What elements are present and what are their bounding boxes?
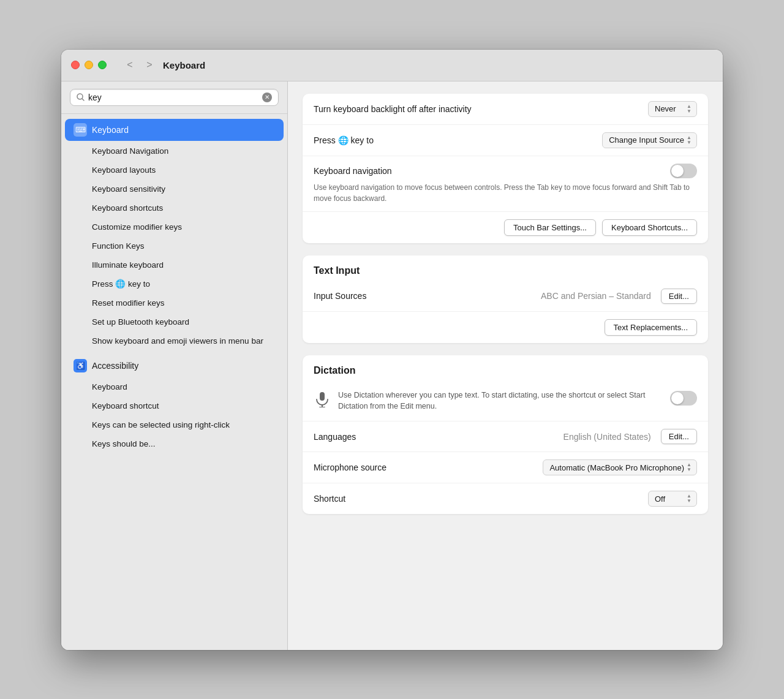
sidebar-item-accessibility-keyboard[interactable]: Keyboard (65, 377, 284, 396)
dictation-toggle[interactable] (670, 391, 697, 406)
sidebar-item-right-click[interactable]: Keys can be selected using right-click (65, 415, 284, 434)
search-container: ✕ (61, 81, 287, 114)
keyboard-buttons-row: Touch Bar Settings... Keyboard Shortcuts… (303, 212, 708, 243)
main-content: ✕ ⌨ Keyboard Keyboard Navigation Keyboar… (61, 81, 723, 650)
shortcut-row: Shortcut Off ▲ ▼ (303, 483, 708, 514)
keyboard-settings-section: Turn keyboard backlight off after inacti… (303, 94, 708, 243)
search-input[interactable] (88, 93, 258, 102)
dictation-section: Dictation Use Dictation wherever you can… (303, 355, 708, 515)
languages-label: Languages (314, 432, 564, 442)
search-icon (77, 93, 85, 101)
maximize-button[interactable] (98, 61, 107, 69)
press-key-row: Press 🌐 key to Change Input Source ▲ ▼ (303, 125, 708, 156)
shortcut-select[interactable]: Off ▲ ▼ (648, 491, 697, 507)
svg-line-1 (82, 99, 84, 100)
microphone-row: Microphone source Automatic (MacBook Pro… (303, 452, 708, 483)
forward-button[interactable]: > (141, 56, 158, 74)
nav-buttons: < > (121, 56, 158, 74)
microphone-control: Automatic (MacBook Pro Microphone) ▲ ▼ (543, 459, 697, 475)
sidebar-item-keyboard-sensitivity[interactable]: Keyboard sensitivity (65, 179, 284, 198)
shortcut-label: Shortcut (314, 494, 648, 504)
press-key-label: Press 🌐 key to (314, 135, 602, 145)
languages-row: Languages English (United States) Edit..… (303, 421, 708, 452)
microphone-arrows-icon: ▲ ▼ (687, 463, 692, 472)
accessibility-icon: ♿ (74, 359, 87, 372)
input-sources-label: Input Sources (314, 291, 541, 301)
sidebar: ✕ ⌨ Keyboard Keyboard Navigation Keyboar… (61, 81, 288, 650)
sidebar-item-function-keys[interactable]: Function Keys (65, 236, 284, 255)
keyboard-nav-header: Keyboard navigation (314, 164, 697, 178)
shortcut-control: Off ▲ ▼ (648, 491, 697, 507)
input-sources-row: Input Sources ABC and Persian – Standard… (303, 281, 708, 312)
search-box: ✕ (70, 89, 279, 106)
search-clear-button[interactable]: ✕ (262, 93, 272, 102)
text-input-title: Text Input (303, 255, 708, 281)
dictation-desc-row: Use Dictation wherever you can type text… (303, 381, 708, 422)
sidebar-item-emoji-viewer[interactable]: Show keyboard and emoji viewers in menu … (65, 331, 284, 350)
press-key-arrows-icon: ▲ ▼ (687, 135, 692, 145)
preferences-window: < > Keyboard ✕ (61, 50, 723, 650)
sidebar-item-keyboard-shortcuts[interactable]: Keyboard shortcuts (65, 198, 284, 217)
window-title: Keyboard (163, 60, 205, 70)
press-key-control: Change Input Source ▲ ▼ (602, 132, 697, 148)
backlight-row: Turn keyboard backlight off after inacti… (303, 94, 708, 125)
microphone-icon (314, 391, 331, 408)
sidebar-accessibility-label: Accessibility (92, 361, 138, 371)
keyboard-nav-row: Keyboard navigation Use keyboard navigat… (303, 156, 708, 212)
shortcut-arrows-icon: ▲ ▼ (687, 494, 692, 504)
backlight-label: Turn keyboard backlight off after inacti… (314, 104, 648, 114)
keyboard-icon: ⌨ (74, 123, 87, 137)
sidebar-item-keyboard-navigation[interactable]: Keyboard Navigation (65, 142, 284, 160)
content-area: Turn keyboard backlight off after inacti… (288, 81, 723, 650)
languages-value: English (United States) (564, 432, 651, 442)
text-replacements-row: Text Replacements... (303, 312, 708, 343)
touch-bar-settings-button[interactable]: Touch Bar Settings... (504, 219, 596, 236)
svg-rect-2 (320, 392, 325, 401)
dictation-description: Use Dictation wherever you can type text… (338, 390, 663, 413)
languages-control: English (United States) Edit... (564, 429, 697, 444)
sidebar-item-keyboard-layouts[interactable]: Keyboard layouts (65, 161, 284, 179)
sidebar-item-customize-modifier[interactable]: Customize modifier keys (65, 217, 284, 236)
input-sources-edit-button[interactable]: Edit... (661, 289, 697, 304)
close-button[interactable] (71, 61, 80, 69)
keyboard-shortcuts-button[interactable]: Keyboard Shortcuts... (602, 219, 697, 236)
dictation-title: Dictation (303, 355, 708, 381)
titlebar: < > Keyboard (61, 50, 723, 81)
input-sources-control: ABC and Persian – Standard Edit... (541, 289, 697, 304)
shortcut-value: Off (655, 494, 665, 504)
sidebar-item-keyboard[interactable]: ⌨ Keyboard (65, 119, 284, 141)
press-key-value: Change Input Source (609, 135, 684, 145)
backlight-select[interactable]: Never ▲ ▼ (648, 101, 697, 117)
sidebar-item-reset-modifier[interactable]: Reset modifier keys (65, 293, 284, 312)
keyboard-nav-description: Use keyboard navigation to move focus be… (314, 182, 697, 204)
backlight-value: Never (655, 104, 676, 113)
select-arrows-icon: ▲ ▼ (687, 104, 692, 114)
microphone-value: Automatic (MacBook Pro Microphone) (549, 463, 684, 472)
text-replacements-button[interactable]: Text Replacements... (605, 319, 697, 336)
keyboard-nav-label: Keyboard navigation (314, 166, 670, 176)
sidebar-item-accessibility[interactable]: ♿ Accessibility (65, 355, 284, 377)
microphone-select[interactable]: Automatic (MacBook Pro Microphone) ▲ ▼ (543, 459, 697, 475)
languages-edit-button[interactable]: Edit... (661, 429, 697, 444)
input-sources-value: ABC and Persian – Standard (541, 291, 651, 301)
back-button[interactable]: < (121, 56, 138, 74)
sidebar-item-keys-should-be[interactable]: Keys should be... (65, 434, 284, 453)
sidebar-item-press-key[interactable]: Press 🌐 key to (65, 274, 284, 293)
backlight-control: Never ▲ ▼ (648, 101, 697, 117)
keyboard-nav-toggle[interactable] (670, 164, 697, 178)
sidebar-keyboard-label: Keyboard (92, 125, 129, 135)
microphone-label: Microphone source (314, 463, 543, 472)
sidebar-list: ⌨ Keyboard Keyboard Navigation Keyboard … (61, 114, 287, 650)
sidebar-item-illuminate[interactable]: Illuminate keyboard (65, 255, 284, 274)
traffic-lights (71, 61, 107, 69)
sidebar-item-keyboard-shortcut[interactable]: Keyboard shortcut (65, 396, 284, 415)
press-key-select[interactable]: Change Input Source ▲ ▼ (602, 132, 697, 148)
text-input-section: Text Input Input Sources ABC and Persian… (303, 255, 708, 343)
sidebar-item-bluetooth-keyboard[interactable]: Set up Bluetooth keyboard (65, 312, 284, 331)
minimize-button[interactable] (85, 61, 93, 69)
